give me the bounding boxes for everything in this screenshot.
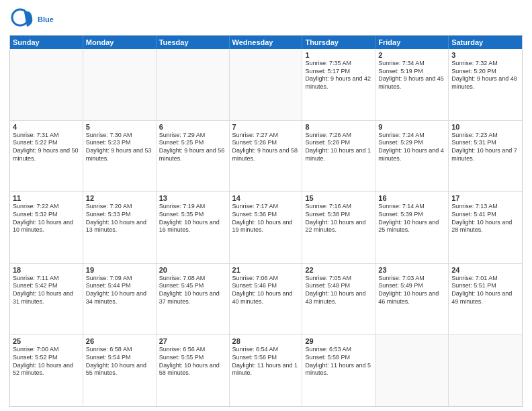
cell-info: Sunrise: 7:23 AMSunset: 5:31 PMDaylight:…	[451, 132, 519, 163]
cell-info: Sunrise: 7:27 AMSunset: 5:26 PMDaylight:…	[232, 132, 300, 163]
cal-cell-2-6: 9Sunrise: 7:24 AMSunset: 5:29 PMDaylight…	[375, 121, 449, 192]
cal-cell-4-7: 24Sunrise: 7:01 AMSunset: 5:51 PMDayligh…	[449, 264, 522, 335]
cal-cell-1-2	[83, 49, 157, 120]
cal-cell-4-5: 22Sunrise: 7:05 AMSunset: 5:48 PMDayligh…	[302, 264, 375, 335]
cal-cell-1-4	[230, 49, 303, 120]
cell-info: Sunrise: 7:14 AMSunset: 5:39 PMDaylight:…	[378, 203, 445, 234]
header-day-saturday: Saturday	[449, 36, 522, 49]
day-number: 3	[451, 51, 519, 59]
cal-cell-2-5: 8Sunrise: 7:26 AMSunset: 5:28 PMDaylight…	[302, 121, 375, 192]
cell-info: Sunrise: 7:03 AMSunset: 5:49 PMDaylight:…	[378, 275, 445, 306]
cell-info: Sunrise: 7:30 AMSunset: 5:23 PMDaylight:…	[86, 132, 153, 163]
calendar-row-4: 18Sunrise: 7:11 AMSunset: 5:42 PMDayligh…	[10, 263, 522, 335]
day-number: 19	[86, 266, 153, 274]
cell-info: Sunrise: 7:11 AMSunset: 5:42 PMDaylight:…	[13, 275, 80, 306]
cal-cell-5-2: 26Sunrise: 6:58 AMSunset: 5:54 PMDayligh…	[83, 335, 157, 406]
cell-info: Sunrise: 7:24 AMSunset: 5:29 PMDaylight:…	[378, 132, 445, 163]
cal-cell-5-3: 27Sunrise: 6:56 AMSunset: 5:55 PMDayligh…	[157, 335, 230, 406]
day-number: 24	[451, 266, 519, 274]
cell-info: Sunrise: 7:06 AMSunset: 5:46 PMDaylight:…	[232, 275, 300, 306]
header-day-thursday: Thursday	[302, 36, 375, 49]
cal-cell-5-6	[375, 335, 449, 406]
day-number: 8	[305, 123, 372, 131]
cal-cell-3-6: 16Sunrise: 7:14 AMSunset: 5:39 PMDayligh…	[375, 192, 449, 263]
logo-icon	[9, 7, 35, 32]
calendar-row-5: 25Sunrise: 7:00 AMSunset: 5:52 PMDayligh…	[10, 334, 522, 406]
day-number: 17	[451, 194, 519, 202]
cal-cell-4-6: 23Sunrise: 7:03 AMSunset: 5:49 PMDayligh…	[375, 264, 449, 335]
cal-cell-1-3	[157, 49, 230, 120]
cell-info: Sunrise: 7:01 AMSunset: 5:51 PMDaylight:…	[451, 275, 519, 306]
calendar-row-2: 4Sunrise: 7:31 AMSunset: 5:22 PMDaylight…	[10, 120, 522, 192]
cal-cell-3-3: 13Sunrise: 7:19 AMSunset: 5:35 PMDayligh…	[157, 192, 230, 263]
day-number: 22	[305, 266, 372, 274]
cal-cell-2-3: 6Sunrise: 7:29 AMSunset: 5:25 PMDaylight…	[157, 121, 230, 192]
header: Blue	[9, 7, 523, 32]
cal-cell-2-7: 10Sunrise: 7:23 AMSunset: 5:31 PMDayligh…	[449, 121, 522, 192]
header-day-wednesday: Wednesday	[230, 36, 303, 49]
day-number: 11	[13, 194, 80, 202]
cal-cell-1-1	[10, 49, 83, 120]
page: Blue SundayMondayTuesdayWednesdayThursda…	[0, 0, 532, 411]
cal-cell-3-2: 12Sunrise: 7:20 AMSunset: 5:33 PMDayligh…	[83, 192, 157, 263]
cell-info: Sunrise: 7:26 AMSunset: 5:28 PMDaylight:…	[305, 132, 372, 163]
calendar-row-1: 1Sunrise: 7:35 AMSunset: 5:17 PMDaylight…	[10, 49, 522, 120]
day-number: 26	[86, 337, 153, 345]
cell-info: Sunrise: 7:22 AMSunset: 5:32 PMDaylight:…	[13, 203, 80, 234]
cell-info: Sunrise: 6:54 AMSunset: 5:56 PMDaylight:…	[232, 346, 300, 377]
cell-info: Sunrise: 6:56 AMSunset: 5:55 PMDaylight:…	[159, 346, 226, 377]
day-number: 18	[13, 266, 80, 274]
cal-cell-2-4: 7Sunrise: 7:27 AMSunset: 5:26 PMDaylight…	[230, 121, 303, 192]
cell-info: Sunrise: 7:09 AMSunset: 5:44 PMDaylight:…	[86, 275, 153, 306]
cell-info: Sunrise: 7:29 AMSunset: 5:25 PMDaylight:…	[159, 132, 226, 163]
day-number: 10	[451, 123, 519, 131]
cell-info: Sunrise: 7:19 AMSunset: 5:35 PMDaylight:…	[159, 203, 226, 234]
cell-info: Sunrise: 7:08 AMSunset: 5:45 PMDaylight:…	[159, 275, 226, 306]
cal-cell-1-6: 2Sunrise: 7:34 AMSunset: 5:19 PMDaylight…	[375, 49, 449, 120]
day-number: 23	[378, 266, 445, 274]
day-number: 12	[86, 194, 153, 202]
day-number: 7	[232, 123, 300, 131]
cal-cell-3-4: 14Sunrise: 7:17 AMSunset: 5:36 PMDayligh…	[230, 192, 303, 263]
day-number: 4	[13, 123, 80, 131]
header-day-monday: Monday	[83, 36, 157, 49]
day-number: 20	[159, 266, 226, 274]
day-number: 5	[86, 123, 153, 131]
cell-info: Sunrise: 6:53 AMSunset: 5:58 PMDaylight:…	[305, 346, 372, 377]
cell-info: Sunrise: 7:31 AMSunset: 5:22 PMDaylight:…	[13, 132, 80, 163]
cal-cell-1-7: 3Sunrise: 7:32 AMSunset: 5:20 PMDaylight…	[449, 49, 522, 120]
cal-cell-5-4: 28Sunrise: 6:54 AMSunset: 5:56 PMDayligh…	[230, 335, 303, 406]
day-number: 29	[305, 337, 372, 345]
cal-cell-2-2: 5Sunrise: 7:30 AMSunset: 5:23 PMDaylight…	[83, 121, 157, 192]
calendar-header: SundayMondayTuesdayWednesdayThursdayFrid…	[10, 36, 522, 49]
cal-cell-5-1: 25Sunrise: 7:00 AMSunset: 5:52 PMDayligh…	[10, 335, 83, 406]
cal-cell-4-3: 20Sunrise: 7:08 AMSunset: 5:45 PMDayligh…	[157, 264, 230, 335]
cell-info: Sunrise: 7:00 AMSunset: 5:52 PMDaylight:…	[13, 346, 80, 377]
day-number: 2	[378, 51, 445, 59]
cal-cell-5-7	[449, 335, 522, 406]
cell-info: Sunrise: 7:34 AMSunset: 5:19 PMDaylight:…	[378, 60, 445, 91]
logo-tagline: Blue	[38, 15, 54, 24]
header-day-friday: Friday	[375, 36, 449, 49]
calendar-row-3: 11Sunrise: 7:22 AMSunset: 5:32 PMDayligh…	[10, 191, 522, 263]
cal-cell-3-5: 15Sunrise: 7:16 AMSunset: 5:38 PMDayligh…	[302, 192, 375, 263]
day-number: 1	[305, 51, 372, 59]
cell-info: Sunrise: 7:32 AMSunset: 5:20 PMDaylight:…	[451, 60, 519, 91]
cal-cell-3-7: 17Sunrise: 7:13 AMSunset: 5:41 PMDayligh…	[449, 192, 522, 263]
calendar: SundayMondayTuesdayWednesdayThursdayFrid…	[9, 35, 523, 407]
day-number: 6	[159, 123, 226, 131]
cell-info: Sunrise: 7:17 AMSunset: 5:36 PMDaylight:…	[232, 203, 300, 234]
day-number: 15	[305, 194, 372, 202]
cal-cell-3-1: 11Sunrise: 7:22 AMSunset: 5:32 PMDayligh…	[10, 192, 83, 263]
header-day-tuesday: Tuesday	[157, 36, 230, 49]
day-number: 21	[232, 266, 300, 274]
day-number: 9	[378, 123, 445, 131]
day-number: 16	[378, 194, 445, 202]
cal-cell-5-5: 29Sunrise: 6:53 AMSunset: 5:58 PMDayligh…	[302, 335, 375, 406]
header-day-sunday: Sunday	[10, 36, 83, 49]
cal-cell-4-4: 21Sunrise: 7:06 AMSunset: 5:46 PMDayligh…	[230, 264, 303, 335]
cal-cell-4-2: 19Sunrise: 7:09 AMSunset: 5:44 PMDayligh…	[83, 264, 157, 335]
cell-info: Sunrise: 7:35 AMSunset: 5:17 PMDaylight:…	[305, 60, 372, 91]
cell-info: Sunrise: 7:20 AMSunset: 5:33 PMDaylight:…	[86, 203, 153, 234]
cal-cell-2-1: 4Sunrise: 7:31 AMSunset: 5:22 PMDaylight…	[10, 121, 83, 192]
